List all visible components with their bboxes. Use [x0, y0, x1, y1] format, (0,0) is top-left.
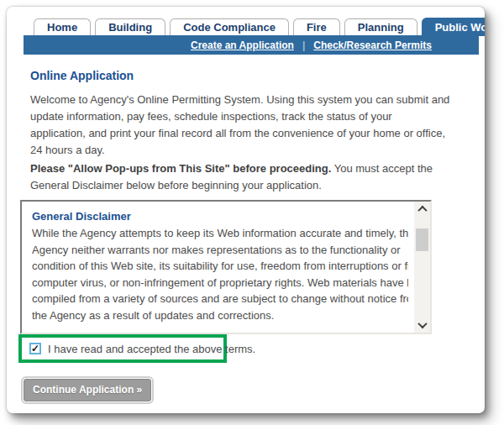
disclaimer-line: condition of this Web site, its suitabil… [32, 258, 408, 275]
welcome-line: Welcome to Agency's Online Permitting Sy… [30, 92, 449, 108]
check-research-permits-link[interactable]: Check/Research Permits [313, 39, 432, 51]
notice-line: General Disclaimer below before beginnin… [30, 177, 433, 194]
terms-checkbox[interactable]: ✓ [29, 343, 41, 354]
disclaimer-line: compiled from a variety of sources and a… [32, 291, 408, 307]
scrollbar-track[interactable] [414, 217, 430, 317]
page-card: Home Building Code Compliance Fire Plann… [7, 7, 485, 413]
welcome-paragraph: Welcome to Agency's Online Permitting Sy… [30, 92, 449, 159]
tab-home[interactable]: Home [34, 18, 91, 36]
disclaimer-line: the Agency as a result of updates and co… [32, 307, 408, 324]
disclaimer-line: While the Agency attempts to keep its We… [32, 225, 408, 242]
continue-application-button[interactable]: Continue Application » [24, 379, 151, 401]
scroll-up-button[interactable] [414, 202, 430, 217]
scroll-down-button[interactable] [414, 317, 430, 333]
scrollbar-thumb[interactable] [416, 228, 428, 251]
general-disclaimer-scrollbox: General Disclaimer While the Agency atte… [20, 200, 432, 334]
tab-code-compliance[interactable]: Code Compliance [170, 18, 289, 36]
agreement-highlight-frame: ✓ I have read and accepted the above ter… [18, 334, 227, 363]
tab-building[interactable]: Building [95, 18, 165, 36]
tab-fire[interactable]: Fire [293, 18, 340, 36]
disclaimer-text: General Disclaimer While the Agency atte… [32, 208, 408, 334]
tab-strip: Home Building Code Compliance Fire Plann… [34, 18, 485, 36]
notice-line: Please "Allow Pop-ups from This Site" be… [30, 160, 433, 177]
disclaimer-paragraph-gap [32, 323, 408, 334]
welcome-line: update information, pay fees, schedule i… [30, 108, 449, 125]
continue-button-frame: Continue Application » [21, 376, 154, 404]
sub-navbar: Create an Application | Check/Research P… [24, 35, 479, 55]
welcome-line: application, and print your final record… [30, 125, 449, 142]
disclaimer-line: Agency neither warrants nor makes repres… [32, 242, 408, 259]
disclaimer-scrollbar[interactable] [414, 202, 430, 333]
notice-rest-text: You must accept the [331, 162, 433, 175]
disclaimer-title: General Disclaimer [32, 208, 408, 225]
chevron-down-icon [417, 319, 427, 328]
page-title: Online Application [30, 69, 134, 82]
disclaimer-line: computer virus, or non-infringement of p… [32, 275, 408, 291]
create-application-link[interactable]: Create an Application [191, 39, 294, 51]
notice-bold-text: Please "Allow Pop-ups from This Site" be… [30, 162, 331, 175]
popup-notice: Please "Allow Pop-ups from This Site" be… [30, 160, 433, 194]
tab-public-works[interactable]: Public Works [422, 18, 485, 36]
welcome-line: 24 hours a day. [30, 142, 449, 159]
nav-separator: | [302, 39, 305, 51]
terms-checkbox-label[interactable]: I have read and accepted the above terms… [48, 343, 255, 355]
chevron-up-icon [417, 206, 427, 215]
tab-planning[interactable]: Planning [344, 18, 417, 36]
